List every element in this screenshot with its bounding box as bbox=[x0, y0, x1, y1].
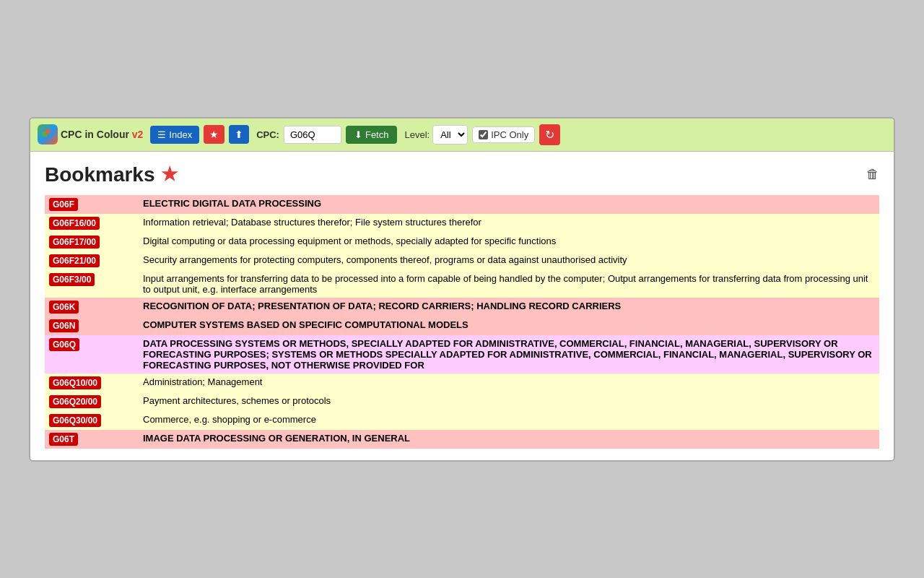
index-label: Index bbox=[169, 129, 192, 140]
cpc-label: CPC: bbox=[256, 129, 279, 140]
bookmarks-header: Bookmarks ★ 🗑 bbox=[45, 163, 879, 186]
tag-cell: G06Q30/00 bbox=[45, 411, 139, 430]
fetch-button[interactable]: ⬇ Fetch bbox=[346, 126, 398, 144]
app-logo: CPC in Colour v2 bbox=[38, 124, 143, 144]
table-row: G06F3/00Input arrangements for transferr… bbox=[45, 270, 879, 298]
description-cell: Digital computing or data processing equ… bbox=[139, 233, 879, 251]
ipc-checkbox[interactable] bbox=[479, 130, 488, 139]
toolbar: CPC in Colour v2 ☰ Index ★ ⬆ CPC: ⬇ Fetc… bbox=[30, 118, 894, 152]
trash-button[interactable]: 🗑 bbox=[866, 167, 879, 182]
app-name-text: CPC in Colour bbox=[61, 129, 129, 140]
level-select[interactable]: All 1 2 3 4 bbox=[432, 125, 468, 144]
bookmarks-title: Bookmarks ★ bbox=[45, 163, 178, 186]
table-row: G06F16/00Information retrieval; Database… bbox=[45, 214, 879, 233]
app-container: CPC in Colour v2 ☰ Index ★ ⬆ CPC: ⬇ Fetc… bbox=[29, 117, 895, 462]
tag-cell: G06N bbox=[45, 316, 139, 335]
cpc-tag[interactable]: G06K bbox=[49, 301, 79, 314]
cpc-tag[interactable]: G06Q bbox=[49, 338, 79, 351]
download-icon: ⬇ bbox=[354, 129, 362, 140]
fetch-label: Fetch bbox=[365, 129, 389, 140]
nav-button[interactable]: ⬆ bbox=[229, 125, 249, 144]
app-version: v2 bbox=[132, 129, 144, 140]
description-cell: Security arrangements for protecting com… bbox=[139, 251, 879, 270]
tag-cell: G06Q bbox=[45, 335, 139, 374]
tag-cell: G06T bbox=[45, 430, 139, 449]
table-row: G06Q30/00Commerce, e.g. shopping or e-co… bbox=[45, 411, 879, 430]
table-row: G06NCOMPUTER SYSTEMS BASED ON SPECIFIC C… bbox=[45, 316, 879, 335]
logo-icon bbox=[38, 124, 58, 144]
cpc-tag[interactable]: G06Q10/00 bbox=[49, 376, 101, 389]
cpc-tag[interactable]: G06T bbox=[49, 433, 78, 446]
table-row: G06F17/00Digital computing or data proce… bbox=[45, 233, 879, 251]
bookmarks-table: G06FELECTRIC DIGITAL DATA PROCESSINGG06F… bbox=[45, 195, 879, 449]
index-button[interactable]: ☰ Index bbox=[150, 126, 199, 144]
table-row: G06Q20/00Payment architectures, schemes … bbox=[45, 392, 879, 411]
bookmarks-title-text: Bookmarks bbox=[45, 163, 155, 186]
description-cell: RECOGNITION OF DATA; PRESENTATION OF DAT… bbox=[139, 298, 879, 316]
description-cell: Payment architectures, schemes or protoc… bbox=[139, 392, 879, 411]
cpc-tag[interactable]: G06F21/00 bbox=[49, 254, 100, 267]
tag-cell: G06Q20/00 bbox=[45, 392, 139, 411]
app-title: CPC in Colour v2 bbox=[61, 129, 143, 140]
cpc-input[interactable] bbox=[284, 126, 341, 144]
content-area: Bookmarks ★ 🗑 G06FELECTRIC DIGITAL DATA … bbox=[30, 152, 894, 460]
description-cell: IMAGE DATA PROCESSING OR GENERATION, IN … bbox=[139, 430, 879, 449]
bookmarks-title-star: ★ bbox=[161, 163, 178, 186]
cpc-tag[interactable]: G06N bbox=[49, 319, 79, 332]
table-row: G06TIMAGE DATA PROCESSING OR GENERATION,… bbox=[45, 430, 879, 449]
cpc-tag[interactable]: G06Q30/00 bbox=[49, 414, 101, 427]
description-cell: Administration; Management bbox=[139, 374, 879, 392]
level-label: Level: bbox=[404, 129, 430, 140]
cpc-tag[interactable]: G06Q20/00 bbox=[49, 395, 101, 408]
table-row: G06FELECTRIC DIGITAL DATA PROCESSING bbox=[45, 195, 879, 214]
tag-cell: G06F16/00 bbox=[45, 214, 139, 233]
table-row: G06QDATA PROCESSING SYSTEMS OR METHODS, … bbox=[45, 335, 879, 374]
cpc-tag[interactable]: G06F3/00 bbox=[49, 273, 95, 286]
refresh-button[interactable]: ↻ bbox=[539, 124, 560, 145]
ipc-label: IPC Only bbox=[491, 129, 528, 140]
bookmark-star-button[interactable]: ★ bbox=[204, 125, 225, 144]
cpc-tag[interactable]: G06F17/00 bbox=[49, 236, 100, 249]
description-cell: Information retrieval; Database structur… bbox=[139, 214, 879, 233]
tag-cell: G06Q10/00 bbox=[45, 374, 139, 392]
refresh-icon: ↻ bbox=[545, 129, 554, 141]
tag-cell: G06F17/00 bbox=[45, 233, 139, 251]
table-row: G06KRECOGNITION OF DATA; PRESENTATION OF… bbox=[45, 298, 879, 316]
level-wrapper: Level: All 1 2 3 4 bbox=[404, 125, 468, 144]
description-cell: COMPUTER SYSTEMS BASED ON SPECIFIC COMPU… bbox=[139, 316, 879, 335]
tag-cell: G06F21/00 bbox=[45, 251, 139, 270]
description-cell: Input arrangements for transferring data… bbox=[139, 270, 879, 298]
tag-cell: G06F3/00 bbox=[45, 270, 139, 298]
tag-cell: G06F bbox=[45, 195, 139, 214]
cpc-tag[interactable]: G06F16/00 bbox=[49, 217, 100, 230]
description-cell: Commerce, e.g. shopping or e-commerce bbox=[139, 411, 879, 430]
svg-point-2 bbox=[45, 129, 51, 134]
list-icon: ☰ bbox=[157, 129, 166, 140]
tag-cell: G06K bbox=[45, 298, 139, 316]
table-row: G06Q10/00Administration; Management bbox=[45, 374, 879, 392]
table-row: G06F21/00Security arrangements for prote… bbox=[45, 251, 879, 270]
cpc-tag[interactable]: G06F bbox=[49, 198, 78, 211]
description-cell: ELECTRIC DIGITAL DATA PROCESSING bbox=[139, 195, 879, 214]
description-cell: DATA PROCESSING SYSTEMS OR METHODS, SPEC… bbox=[139, 335, 879, 374]
ipc-wrapper[interactable]: IPC Only bbox=[472, 126, 535, 143]
